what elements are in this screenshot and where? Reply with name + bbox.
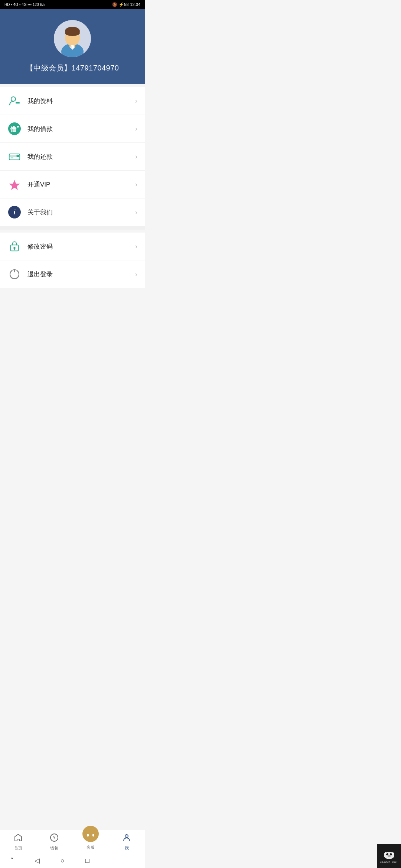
main-content: 【中级会员】14791704970 我的资料 › 借 <box>0 9 145 325</box>
repay-icon <box>7 149 22 164</box>
logout-arrow: › <box>135 270 137 278</box>
loan-icon: 借 <box>7 122 22 136</box>
section-divider <box>0 226 145 230</box>
password-icon <box>7 239 22 253</box>
my-repay-label: 我的还款 <box>27 152 135 161</box>
change-password-label: 修改密码 <box>27 242 135 251</box>
status-bar: HD ▪ 4G ▪ 4G ▪▪▪ 120 B/s 🔕 ⚡58 12:04 <box>0 0 145 9</box>
loan-icon-circle: 借 <box>8 122 21 135</box>
my-profile-label: 我的资料 <box>27 97 135 105</box>
open-vip-item[interactable]: 开通VIP › <box>0 171 145 198</box>
avatar <box>54 20 91 57</box>
hd-indicator: HD <box>4 3 10 7</box>
my-profile-item[interactable]: 我的资料 › <box>0 87 145 115</box>
my-loan-item[interactable]: 借 我的借款 › <box>0 115 145 143</box>
speed-indicator: 120 B/s <box>33 3 45 7</box>
open-vip-label: 开通VIP <box>27 180 135 189</box>
logout-item[interactable]: 退出登录 › <box>0 260 145 288</box>
menu-section-1: 我的资料 › 借 我的借款 › <box>0 87 145 226</box>
battery-indicator: ⚡58 <box>119 2 128 7</box>
vip-icon <box>7 177 22 191</box>
svg-text:借: 借 <box>10 125 17 133</box>
svg-point-5 <box>65 30 80 36</box>
my-repay-arrow: › <box>135 153 137 161</box>
signal-icons: ▪ 4G ▪ 4G ▪▪▪ <box>11 3 32 7</box>
bell-icon: 🔕 <box>112 2 117 7</box>
about-us-item[interactable]: i 关于我们 › <box>0 198 145 226</box>
about-icon-circle: i <box>8 206 21 218</box>
about-us-label: 关于我们 <box>27 208 135 217</box>
about-icon: i <box>7 205 22 219</box>
time-display: 12:04 <box>130 2 140 7</box>
profile-icon <box>7 94 22 108</box>
profile-display-name: 【中级会员】14791704970 <box>26 63 119 73</box>
change-password-arrow: › <box>135 243 137 250</box>
about-us-arrow: › <box>135 208 137 216</box>
svg-marker-19 <box>9 180 20 190</box>
status-left: HD ▪ 4G ▪ 4G ▪▪▪ 120 B/s <box>4 3 45 7</box>
my-loan-label: 我的借款 <box>27 125 135 133</box>
open-vip-arrow: › <box>135 181 137 188</box>
logout-icon <box>7 267 22 281</box>
my-profile-arrow: › <box>135 97 137 105</box>
change-password-item[interactable]: 修改密码 › <box>0 233 145 260</box>
menu-section-2: 修改密码 › 退出登录 › <box>0 233 145 288</box>
svg-point-8 <box>11 97 16 101</box>
status-right: 🔕 ⚡58 12:04 <box>112 2 140 7</box>
profile-header: 【中级会员】14791704970 <box>0 9 145 84</box>
logout-label: 退出登录 <box>27 270 135 279</box>
my-loan-arrow: › <box>135 125 137 133</box>
my-repay-item[interactable]: 我的还款 › <box>0 143 145 171</box>
